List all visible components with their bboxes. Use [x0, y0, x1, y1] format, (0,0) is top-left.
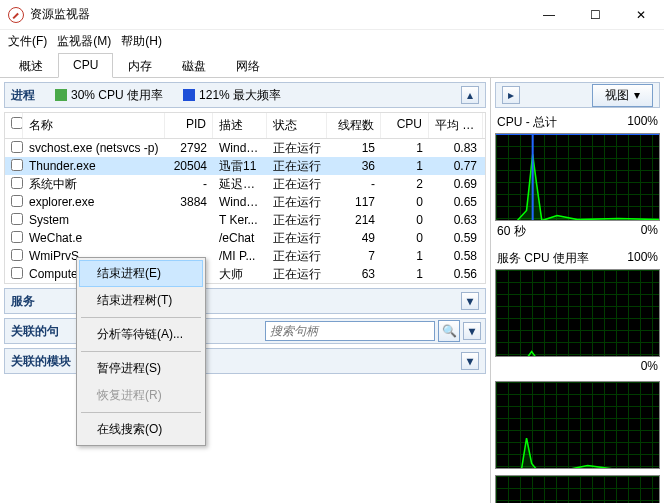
cell-cpu: 1 [381, 266, 429, 282]
cell-threads: 214 [327, 212, 381, 228]
graph-4 [495, 475, 660, 503]
col-name[interactable]: 名称 [23, 113, 165, 138]
window-title: 资源监视器 [30, 6, 526, 23]
chart-cpu-total: CPU - 总计 100% 60 秒 0% [495, 112, 660, 242]
right-pane: ▸ 视图 ▾ CPU - 总计 100% 60 秒 0% [491, 78, 664, 503]
cell-desc: 大师 [213, 265, 267, 284]
col-desc[interactable]: 描述 [213, 113, 267, 138]
ctx-sep [81, 351, 201, 352]
row-checkbox[interactable] [11, 249, 23, 261]
cell-name: svchost.exe (netsvcs -p) [23, 140, 165, 156]
col-pid[interactable]: PID [165, 113, 213, 138]
minimize-button[interactable]: — [526, 0, 572, 30]
cell-name: WeChat.e [23, 230, 165, 246]
row-checkbox[interactable] [11, 141, 23, 153]
cell-avg: 0.77 [429, 158, 483, 174]
table-row[interactable]: SystemT Ker...正在运行21400.63 [5, 211, 485, 229]
ctx-analyze[interactable]: 分析等待链(A)... [79, 321, 203, 348]
tab-network[interactable]: 网络 [221, 53, 275, 78]
cell-name: 系统中断 [23, 175, 165, 194]
app-icon [8, 7, 24, 23]
cell-threads: 117 [327, 194, 381, 210]
grid-header: 名称 PID 描述 状态 线程数 CPU 平均 C... [5, 113, 485, 139]
ctx-resume: 恢复进程(R) [79, 382, 203, 409]
table-row[interactable]: explorer.exe3884Windo...正在运行11700.65 [5, 193, 485, 211]
table-row[interactable]: svchost.exe (netsvcs -p)2792Windo...正在运行… [5, 139, 485, 157]
chart-service-cpu: 服务 CPU 使用率 100% 0% [495, 248, 660, 375]
cpu-total-graph [495, 133, 660, 221]
cell-cpu: 1 [381, 140, 429, 156]
handle-search-input[interactable] [265, 321, 435, 341]
col-status[interactable]: 状态 [267, 113, 327, 138]
row-checkbox[interactable] [11, 177, 23, 189]
col-avg[interactable]: 平均 C... [429, 113, 483, 138]
row-checkbox[interactable] [11, 267, 23, 279]
cell-threads: - [327, 176, 381, 192]
cell-avg: 0.83 [429, 140, 483, 156]
ctx-end-process[interactable]: 结束进程(E) [79, 260, 203, 287]
col-threads[interactable]: 线程数 [327, 113, 381, 138]
cell-status: 正在运行 [267, 193, 327, 212]
row-checkbox[interactable] [11, 195, 23, 207]
cpu-color-icon [55, 89, 67, 101]
table-row[interactable]: 系统中断-延迟过...正在运行-20.69 [5, 175, 485, 193]
cell-status: 正在运行 [267, 139, 327, 158]
cell-avg: 0.58 [429, 248, 483, 264]
view-dropdown[interactable]: 视图 ▾ [592, 84, 653, 107]
cell-avg: 0.65 [429, 194, 483, 210]
ctx-sep [81, 412, 201, 413]
collapse-processes-icon[interactable]: ▴ [461, 86, 479, 104]
cell-pid: - [165, 176, 213, 192]
cell-avg: 0.56 [429, 266, 483, 282]
row-checkbox[interactable] [11, 231, 23, 243]
cell-cpu: 1 [381, 158, 429, 174]
freq-color-icon [183, 89, 195, 101]
table-row[interactable]: WeChat.e/eChat正在运行4900.59 [5, 229, 485, 247]
cell-desc: /eChat [213, 230, 267, 246]
cell-cpu: 0 [381, 194, 429, 210]
tab-overview[interactable]: 概述 [4, 53, 58, 78]
cell-avg: 0.59 [429, 230, 483, 246]
row-checkbox[interactable] [11, 213, 23, 225]
handle-search-button[interactable]: 🔍 [438, 320, 460, 342]
expand-modules-icon[interactable]: ▾ [461, 352, 479, 370]
select-all-checkbox[interactable] [11, 117, 23, 129]
ctx-end-tree[interactable]: 结束进程树(T) [79, 287, 203, 314]
maximize-button[interactable]: ☐ [572, 0, 618, 30]
rp-header: ▸ 视图 ▾ [495, 82, 660, 108]
context-menu: 结束进程(E) 结束进程树(T) 分析等待链(A)... 暂停进程(S) 恢复进… [76, 257, 206, 446]
menu-help[interactable]: 帮助(H) [121, 33, 162, 50]
menu-file[interactable]: 文件(F) [8, 33, 47, 50]
expand-services-icon[interactable]: ▾ [461, 292, 479, 310]
cell-threads: 7 [327, 248, 381, 264]
cell-desc: 迅雷11 [213, 157, 267, 176]
cell-name: System [23, 212, 165, 228]
col-cpu[interactable]: CPU [381, 113, 429, 138]
close-button[interactable]: ✕ [618, 0, 664, 30]
tab-cpu[interactable]: CPU [58, 53, 113, 78]
cell-threads: 15 [327, 140, 381, 156]
processes-header[interactable]: 进程 30% CPU 使用率 121% 最大频率 ▴ [4, 82, 486, 108]
cell-cpu: 2 [381, 176, 429, 192]
table-row[interactable]: Thunder.exe20504迅雷11正在运行3610.77 [5, 157, 485, 175]
cell-avg: 0.63 [429, 212, 483, 228]
collapse-graphs-icon[interactable]: ▸ [502, 86, 520, 104]
left-pane: 进程 30% CPU 使用率 121% 最大频率 ▴ 名称 PID 描述 状态 … [0, 78, 491, 503]
cell-status: 正在运行 [267, 229, 327, 248]
cell-desc: Windo... [213, 194, 267, 210]
tab-disk[interactable]: 磁盘 [167, 53, 221, 78]
graph-3 [495, 381, 660, 469]
ctx-search[interactable]: 在线搜索(O) [79, 416, 203, 443]
cell-desc: 延迟过... [213, 175, 267, 194]
ctx-suspend[interactable]: 暂停进程(S) [79, 355, 203, 382]
expand-handles-icon[interactable]: ▾ [463, 322, 481, 340]
row-checkbox[interactable] [11, 159, 23, 171]
tab-memory[interactable]: 内存 [113, 53, 167, 78]
cell-pid: 2792 [165, 140, 213, 156]
cell-pid: 20504 [165, 158, 213, 174]
menu-monitor[interactable]: 监视器(M) [57, 33, 111, 50]
freq-stat: 121% 最大频率 [183, 87, 281, 104]
cell-name: Thunder.exe [23, 158, 165, 174]
processes-label: 进程 [11, 87, 35, 104]
cell-threads: 63 [327, 266, 381, 282]
